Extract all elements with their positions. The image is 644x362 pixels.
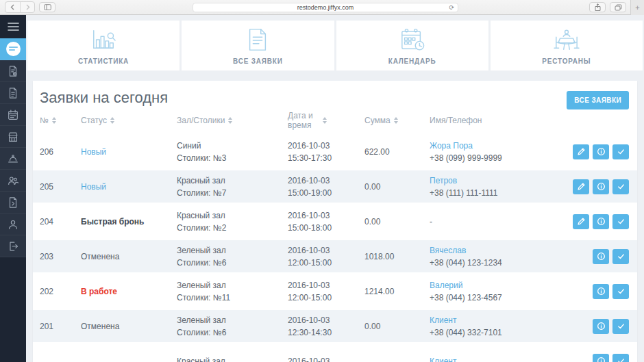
confirm-button[interactable] bbox=[612, 214, 629, 229]
hall-name: Красный зал bbox=[177, 174, 288, 187]
info-button[interactable] bbox=[593, 319, 609, 334]
info-button[interactable] bbox=[593, 284, 609, 299]
user-icon bbox=[7, 218, 19, 231]
browser-back-button[interactable] bbox=[5, 2, 20, 12]
browser-sidebar-toggle[interactable] bbox=[39, 2, 55, 12]
bar-chart-search-icon bbox=[88, 26, 119, 52]
datetime-cell: 2016-10-03 15:00-19:00 bbox=[288, 174, 364, 199]
all-requests-button[interactable]: ВСЕ ЗАЯВКИ bbox=[567, 91, 629, 109]
check-icon bbox=[617, 252, 626, 261]
info-button[interactable] bbox=[593, 249, 609, 264]
nav-card-all-requests[interactable]: ВСЕ ЗАЯВКИ bbox=[182, 21, 334, 70]
table-row[interactable]: 201 Отменена Зеленый зал Столики: №6 201… bbox=[33, 309, 637, 344]
info-button[interactable] bbox=[593, 354, 609, 362]
confirm-button[interactable] bbox=[612, 179, 629, 194]
status-label: Новый bbox=[81, 147, 177, 157]
confirm-button[interactable] bbox=[612, 284, 629, 299]
time-range: 12:30-14:30 bbox=[288, 326, 364, 339]
app-logo bbox=[6, 42, 21, 56]
sidebar-item-reports[interactable] bbox=[0, 192, 26, 214]
nav-card-statistics[interactable]: СТАТИСТИКА bbox=[27, 21, 179, 70]
client-name-link[interactable]: Валерий bbox=[430, 279, 549, 292]
nav-card-calendar[interactable]: КАЛЕНДАРЬ bbox=[336, 21, 488, 70]
table-row[interactable]: 205 Новый Красный зал Столики: №7 2016-1… bbox=[33, 169, 637, 204]
sum-value: 1018.00 bbox=[364, 252, 430, 261]
table-row[interactable]: 206 Новый Синий Столики: №3 2016-10-03 1… bbox=[33, 134, 637, 169]
sidebar-item-dishes[interactable] bbox=[0, 148, 26, 170]
client-cell: Клиент bbox=[430, 355, 549, 362]
sidebar-item-restaurants[interactable] bbox=[0, 126, 26, 148]
hall-name: Зеленый зал bbox=[177, 279, 288, 292]
column-header-sum[interactable]: Сумма bbox=[364, 116, 430, 125]
edit-button[interactable] bbox=[573, 214, 589, 229]
browser-forward-button[interactable] bbox=[20, 2, 34, 12]
reload-icon[interactable]: ⟳ bbox=[449, 4, 454, 11]
client-name-link[interactable]: Жора Пора bbox=[430, 140, 549, 152]
confirm-button[interactable] bbox=[612, 354, 629, 362]
info-button[interactable] bbox=[593, 179, 609, 194]
pencil-icon bbox=[577, 182, 586, 191]
share-button[interactable] bbox=[589, 2, 606, 12]
client-name-link[interactable]: - bbox=[430, 216, 549, 228]
calendar-icon bbox=[7, 109, 19, 121]
client-cell: - bbox=[430, 216, 549, 228]
table-row[interactable]: 203 Отменена Зеленый зал Столики: №6 201… bbox=[33, 239, 637, 274]
date-value: 2016-10-03 bbox=[288, 279, 364, 292]
hall-tables-cell: Зеленый зал Столики: №6 bbox=[177, 244, 288, 269]
hall-tables-cell: Красный зал bbox=[177, 355, 288, 362]
client-phone: +38 (099) 999-9999 bbox=[430, 152, 549, 164]
sidebar-item-calendar[interactable] bbox=[0, 104, 26, 126]
column-header-hall[interactable]: Зал/Столики bbox=[177, 116, 288, 125]
edit-button[interactable] bbox=[573, 144, 589, 159]
sidebar-menu-button[interactable] bbox=[0, 15, 26, 38]
edit-button[interactable] bbox=[573, 179, 589, 194]
sum-value: 0.00 bbox=[364, 217, 430, 227]
confirm-button[interactable] bbox=[612, 249, 629, 264]
table-row[interactable]: 202 В работе Зеленый зал Столики: №11 20… bbox=[33, 274, 637, 309]
sum-value: 0.00 bbox=[364, 322, 430, 331]
tabs-overview-button[interactable] bbox=[610, 2, 626, 12]
client-cell: Клиент +38 (044) 332-7101 bbox=[430, 314, 549, 339]
sidebar-item-documents[interactable] bbox=[0, 82, 26, 104]
confirm-button[interactable] bbox=[612, 144, 629, 159]
column-header-datetime[interactable]: Дата и время bbox=[288, 111, 364, 130]
status-label: В работе bbox=[81, 287, 177, 296]
check-icon bbox=[617, 287, 626, 296]
nav-card-label: СТАТИСТИКА bbox=[78, 57, 129, 65]
nav-card-label: ВСЕ ЗАЯВКИ bbox=[233, 57, 283, 65]
tables-info: Столики: №7 bbox=[177, 187, 288, 199]
nav-card-label: РЕСТОРАНЫ bbox=[542, 57, 591, 65]
column-header-number[interactable]: № bbox=[40, 116, 81, 125]
pencil-icon bbox=[577, 147, 586, 156]
column-header-status[interactable]: Статус bbox=[81, 116, 177, 125]
sidebar-items bbox=[0, 38, 26, 257]
table-row[interactable]: 204 Быстрая бронь Красный зал Столики: №… bbox=[33, 204, 637, 239]
sidebar-item-clients[interactable] bbox=[0, 170, 26, 192]
info-button[interactable] bbox=[593, 144, 609, 159]
info-icon bbox=[597, 182, 606, 191]
confirm-button[interactable] bbox=[612, 319, 629, 334]
sidebar-item-logout[interactable] bbox=[0, 235, 26, 257]
client-phone: +38 (111) 111-1111 bbox=[430, 187, 549, 199]
nav-cards: СТАТИСТИКА ВСЕ ЗАЯВКИ КАЛЕНДАРЬ РЕСТОРАН… bbox=[26, 15, 644, 70]
chevron-right-icon bbox=[25, 4, 30, 10]
browser-address-bar[interactable]: restodemo.jiffyx.com ⟳ bbox=[193, 3, 458, 12]
status-label: Новый bbox=[81, 182, 177, 192]
client-cell: Валерий +38 (044) 123-4567 bbox=[430, 279, 549, 304]
table-row[interactable]: Красный зал 2016-10-03 Клиент bbox=[33, 344, 637, 362]
sidebar-item-profile[interactable] bbox=[0, 214, 26, 235]
sum-value: 622.00 bbox=[364, 147, 430, 157]
sort-icon bbox=[52, 117, 56, 124]
nav-card-restaurants[interactable]: РЕСТОРАНЫ bbox=[491, 21, 643, 70]
client-name-link[interactable]: Петров bbox=[430, 174, 549, 187]
client-name-link[interactable]: Вячеслав bbox=[430, 244, 549, 257]
info-button[interactable] bbox=[593, 214, 609, 229]
client-name-link[interactable]: Клиент bbox=[430, 355, 549, 362]
browser-toolbar-right: + bbox=[585, 0, 644, 14]
client-name-link[interactable]: Клиент bbox=[430, 314, 549, 326]
check-icon bbox=[617, 217, 626, 226]
calendar-clock-icon bbox=[398, 26, 427, 52]
new-tab-button[interactable]: + bbox=[630, 0, 644, 15]
sidebar-item-requests[interactable] bbox=[0, 60, 26, 82]
sidebar-item-home[interactable] bbox=[0, 38, 26, 60]
